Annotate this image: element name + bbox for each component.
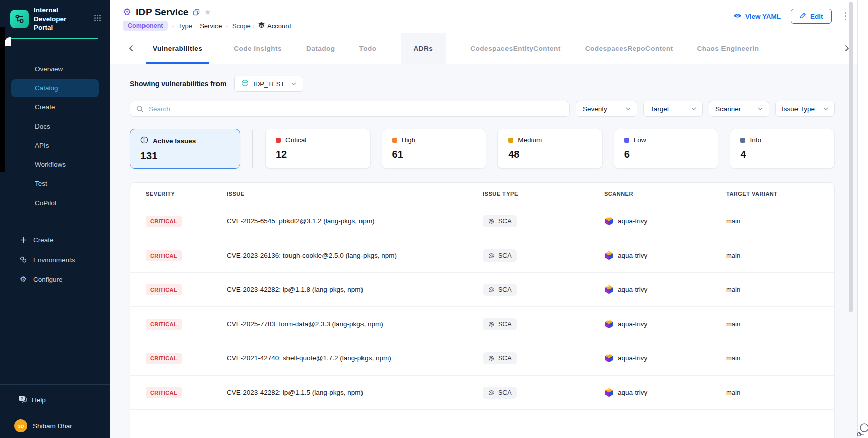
sidebar-item-apis[interactable]: APIs <box>11 137 99 155</box>
card-label: Medium <box>518 136 542 144</box>
card-critical[interactable]: Critical 12 <box>265 129 371 169</box>
layers-icon <box>258 22 265 30</box>
corner-widget-icon[interactable] <box>857 422 868 438</box>
more-options-icon[interactable] <box>842 10 850 23</box>
copy-icon[interactable] <box>193 9 200 16</box>
sidebar-item-create[interactable]: Create <box>11 98 99 116</box>
target-variant: main <box>726 217 834 225</box>
aqua-trivy-logo-icon <box>604 353 614 363</box>
sidebar-action-create[interactable]: Create <box>0 230 110 250</box>
card-label: Critical <box>285 136 306 144</box>
vulnerabilities-content: Showing vulnerabilities from IDP_TEST <box>110 64 857 438</box>
card-label: Info <box>750 136 761 144</box>
action-label: Environments <box>33 256 75 264</box>
card-high[interactable]: High 61 <box>382 129 487 169</box>
filter-issue-type[interactable]: Issue Type <box>775 101 835 117</box>
tab-vulnerabilities[interactable]: Vulnerabilities <box>146 33 209 64</box>
scanner-name: aqua-trivy <box>618 286 647 293</box>
sidebar-item-overview[interactable]: Overview <box>11 60 99 78</box>
sidebar-action-configure[interactable]: ⚙ Configure <box>0 270 110 289</box>
app-grid-icon[interactable] <box>92 12 103 26</box>
card-active-issues[interactable]: Active Issues 131 <box>130 129 240 169</box>
table-row[interactable]: CRITICAL CVE-2025-6545: pbkdf2@3.1.2 (la… <box>130 204 834 238</box>
tab-code-insights[interactable]: Code Insights <box>234 33 282 64</box>
tab-bar: Vulnerabilities Code Insights Datadog To… <box>110 33 857 64</box>
tab-chaos-engineering[interactable]: Chaos Engineerin <box>697 33 759 64</box>
info-bullet-icon <box>740 138 745 143</box>
action-label: Configure <box>33 276 63 283</box>
card-label: High <box>402 136 416 144</box>
col-target-variant: TARGET VARIANT <box>726 191 834 197</box>
fingerprint-icon <box>488 355 495 362</box>
fingerprint-icon <box>488 218 495 225</box>
sidebar-item-copilot[interactable]: CoPilot <box>11 194 99 212</box>
col-issue: ISSUE <box>227 191 483 197</box>
issue-text: CVE-2025-7783: form-data@2.3.3 (lang-pkg… <box>227 320 483 328</box>
issue-type-chip: SCA <box>483 284 517 296</box>
severity-badge: CRITICAL <box>146 284 182 295</box>
sidebar-item-catalog[interactable]: Catalog <box>11 79 99 97</box>
aqua-trivy-logo-icon <box>604 251 614 260</box>
sidebar-actions: Create Environments ⚙ Configure <box>0 225 110 289</box>
fingerprint-icon <box>488 389 495 396</box>
severity-badge: CRITICAL <box>146 250 182 261</box>
card-value: 131 <box>140 150 240 162</box>
tab-codespaces-entity-content[interactable]: CodespacesEntityContent <box>470 33 561 64</box>
table-row[interactable]: CRITICAL CVE-2023-42282: ip@1.1.8 (lang-… <box>130 273 834 307</box>
table-row[interactable]: CRITICAL CVE-2023-42282: ip@1.1.5 (lang-… <box>130 376 834 410</box>
tab-datadog[interactable]: Datadog <box>306 33 335 64</box>
table-row[interactable]: CRITICAL CVE-2021-42740: shell-quote@1.7… <box>130 341 834 376</box>
scanner-name: aqua-trivy <box>618 217 647 225</box>
high-bullet-icon <box>392 138 397 143</box>
severity-badge: CRITICAL <box>146 319 182 330</box>
sidebar-item-docs[interactable]: Docs <box>11 117 99 136</box>
brand-accent-rule <box>11 38 98 39</box>
tab-todo[interactable]: Todo <box>359 33 377 64</box>
background-panel-strip <box>0 27 5 172</box>
plus-icon <box>19 237 27 243</box>
card-low[interactable]: Low 6 <box>614 129 719 169</box>
table-row[interactable]: CRITICAL CVE-2023-26136: tough-cookie@2.… <box>130 238 834 273</box>
search-box <box>130 101 570 117</box>
card-medium[interactable]: Medium 48 <box>497 129 603 169</box>
aqua-trivy-logo-icon <box>604 388 614 397</box>
target-variant: main <box>726 389 834 396</box>
view-yaml-button[interactable]: View YAML <box>733 13 781 20</box>
filter-label: Scanner <box>715 105 741 113</box>
sidebar: Internal Developer Portal Overview Catal… <box>0 0 110 438</box>
issues-table: SEVERITY ISSUE ISSUE TYPE SCANNER TARGET… <box>130 182 835 438</box>
sidebar-item-workflows[interactable]: Workflows <box>11 156 99 174</box>
filter-scanner[interactable]: Scanner <box>709 101 769 117</box>
sidebar-item-test[interactable]: Test <box>11 175 99 193</box>
gear-icon: ⚙ <box>19 275 27 284</box>
table-row[interactable]: CRITICAL CVE-2025-7783: form-data@2.3.3 … <box>130 307 834 341</box>
search-input[interactable] <box>149 105 563 113</box>
filter-target[interactable]: Target <box>643 101 703 117</box>
col-issue-type: ISSUE TYPE <box>483 191 604 197</box>
scope-label: Scope : <box>232 22 254 30</box>
app-window: Internal Developer Portal Overview Catal… <box>0 0 868 438</box>
tab-adrs[interactable]: ADRs <box>401 33 447 64</box>
sidebar-action-environments[interactable]: Environments <box>0 250 110 270</box>
card-label: Active Issues <box>153 137 196 145</box>
filter-label: Severity <box>583 105 607 113</box>
user-menu[interactable]: SD Shibam Dhar <box>0 414 110 438</box>
project-select[interactable]: IDP_TEST <box>234 76 303 92</box>
page-scrollbar[interactable] <box>849 2 853 312</box>
card-info[interactable]: Info 4 <box>730 129 835 169</box>
tab-codespaces-repo-content[interactable]: CodespacesRepoContent <box>585 33 673 64</box>
favorite-star-icon[interactable]: ★ <box>204 8 211 17</box>
brand-title: Internal Developer Portal <box>34 6 84 32</box>
cube-icon <box>241 79 249 88</box>
edit-button[interactable]: Edit <box>791 9 832 24</box>
target-variant: main <box>726 252 834 259</box>
issue-type-label: SCA <box>498 218 512 225</box>
filter-severity[interactable]: Severity <box>576 101 637 117</box>
chevron-down-icon <box>758 107 763 110</box>
help-button[interactable]: ? Help <box>0 390 110 410</box>
dot-separator: · <box>226 22 228 30</box>
tabs-scroll-left-icon[interactable] <box>128 44 134 53</box>
chevron-down-icon <box>823 107 828 110</box>
help-icon: ? <box>18 395 27 405</box>
card-value: 12 <box>276 149 370 160</box>
